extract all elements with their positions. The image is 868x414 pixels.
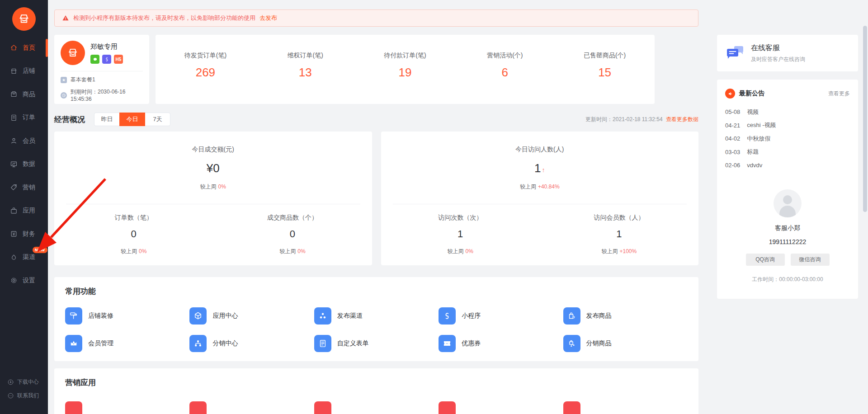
custom-form-icon (314, 335, 331, 352)
plan-row: ★ 基本套餐1 (61, 76, 143, 84)
quick-distribution-center[interactable]: 分销中心 (189, 335, 314, 352)
stat-soldout-goods[interactable]: 已售罄商品(个) 15 (555, 35, 655, 104)
sales-overview-card: 今日成交额(元) ¥0 较上周0% 订单数（笔） 0 较上周0% 成交商品数（个… (54, 132, 372, 265)
paint-roller-icon (65, 307, 82, 325)
app-center-icon (189, 307, 207, 325)
main-content: 检测到小程序有新版本待发布，请及时发布，以免影响部分功能的使用 去发布 郑敏专用 (54, 9, 698, 414)
sidebar-item-orders[interactable]: 订单 (0, 106, 48, 130)
visitors-compare: 较上周+40.84% (381, 183, 699, 191)
sidebar-item-data[interactable]: 数据 (0, 153, 48, 176)
tab-7days[interactable]: 7天 (145, 113, 170, 126)
marketing-app-icon[interactable] (314, 401, 331, 414)
contact-us-link[interactable]: 联系我们 (0, 389, 48, 402)
tab-yesterday[interactable]: 昨日 (94, 113, 120, 126)
sidebar-item-label: 数据 (23, 160, 35, 168)
sidebar-item-shop[interactable]: 店铺 (0, 60, 48, 83)
stat-unpaid-orders[interactable]: 待付款订单(笔) 19 (355, 35, 455, 104)
sidebar-item-members[interactable]: 会员 (0, 129, 48, 153)
announcement-item[interactable]: 05-08 视频 (725, 105, 850, 119)
stat-pending-shipment[interactable]: 待发货订单(笔) 269 (156, 35, 255, 104)
goods-icon (10, 90, 18, 98)
wechat-consult-button[interactable]: 微信咨询 (791, 254, 830, 266)
view-more-link[interactable]: 查看更多 (828, 90, 850, 98)
sidebar-item-label: 商品 (23, 90, 35, 99)
sold-goods-stat: 成交商品数（个） 0 较上周0% (213, 214, 372, 255)
marketing-app-icon[interactable] (65, 401, 82, 414)
h5-channel-badge: H5 (114, 55, 123, 64)
marketing-app-icon[interactable] (563, 401, 580, 414)
sidebar-item-label: 设置 (23, 277, 35, 285)
trend-up-icon: ↑ (542, 166, 545, 174)
stat-marketing-activities[interactable]: 营销活动(个) 6 (455, 35, 555, 104)
sidebar-item-finance[interactable]: 财务 (0, 222, 48, 246)
quick-functions-panel: 常用功能 店铺装修 应用中心 发布渠道 (54, 277, 698, 361)
announcement-item[interactable]: 04-21 ceshi -视频 (725, 119, 850, 132)
channel-badges: H5 (90, 55, 123, 64)
version-alert-banner: 检测到小程序有新版本待发布，请及时发布，以免影响部分功能的使用 去发布 (54, 9, 698, 27)
download-center-link[interactable]: 下载中心 (0, 375, 48, 389)
visit-members-stat: 访问会员数（人） 1 较上周+100% (540, 214, 698, 255)
announcement-item[interactable]: 02-06 vdvdv (725, 159, 850, 172)
shop-avatar (61, 41, 85, 65)
sidebar-item-label: 营销 (23, 183, 35, 192)
quick-custom-form[interactable]: 自定义表单 (314, 335, 439, 352)
tab-today[interactable]: 今日 (119, 113, 145, 126)
quick-shop-decorate[interactable]: 店铺装修 (65, 307, 189, 325)
overview-header: 经营概况 昨日 今日 7天 更新时间：2021-02-18 11:32:54 查… (54, 113, 698, 126)
stat-rights-orders[interactable]: 维权订单(笔) 13 (255, 35, 355, 104)
announcement-date: 04-21 (725, 122, 740, 129)
sales-label: 今日成交额(元) (54, 146, 372, 154)
sidebar-item-label: 首页 (23, 44, 35, 52)
announcement-item[interactable]: 04-02 中秋放假 (725, 132, 850, 146)
sidebar-item-channels[interactable]: 渠道 NEW (0, 246, 48, 269)
sidebar-item-goods[interactable]: 商品 (0, 83, 48, 106)
quick-publish-channel[interactable]: 发布渠道 (314, 307, 439, 325)
quick-distribution-goods[interactable]: 分销商品 (563, 335, 688, 352)
warning-icon (62, 14, 69, 22)
announcement-text: 中秋放假 (747, 135, 770, 143)
publish-channel-icon (314, 307, 331, 325)
marketing-app-icon[interactable] (439, 401, 456, 414)
right-panel: 在线客服 及时应答客户在线咨询 最新公告 查看更多 05-08 视频 04-21… (717, 35, 858, 299)
app-logo[interactable] (12, 7, 36, 31)
more-data-link[interactable]: 查看更多数据 (666, 116, 698, 122)
online-service-card[interactable]: 在线客服 及时应答客户在线咨询 (717, 35, 858, 71)
top-stats-card: 待发货订单(笔) 269 维权订单(笔) 13 待付款订单(笔) 19 营销活动… (156, 35, 655, 104)
quick-publish-goods[interactable]: 发布商品 (563, 307, 688, 325)
quick-member-manage[interactable]: 会员管理 (65, 335, 189, 352)
quick-app-center[interactable]: 应用中心 (189, 307, 314, 325)
sidebar-footer: 下载中心 联系我们 (0, 375, 48, 402)
announcement-text: 视频 (747, 108, 759, 116)
publish-goods-icon (563, 307, 580, 325)
sidebar-item-label: 订单 (23, 113, 35, 122)
expire-time: 到期时间：2030-06-16 15:45:36 (71, 88, 143, 102)
distribution-center-icon (189, 335, 207, 352)
marketing-app-icon[interactable] (189, 401, 207, 414)
sidebar-item-marketing[interactable]: 营销 (0, 176, 48, 199)
orders-icon (10, 114, 18, 122)
visit-times-stat: 访问次数（次） 1 较上周0% (381, 214, 540, 255)
settings-icon (10, 277, 18, 284)
sidebar-item-apps[interactable]: 应用 (0, 199, 48, 223)
members-icon (10, 137, 18, 145)
sidebar-item-label: 渠道 (23, 253, 35, 261)
announcement-text: ceshi -视频 (747, 121, 776, 129)
data-icon (10, 160, 18, 168)
account-card: 郑敏专用 H5 ★ 基本套餐1 (54, 35, 149, 104)
download-icon (7, 379, 14, 386)
quick-coupon[interactable]: 优惠券 (439, 335, 563, 352)
divider (61, 71, 143, 71)
sales-value: ¥0 (54, 161, 372, 175)
scrollbar-thumb[interactable] (863, 26, 867, 212)
agent-phone: 19911112222 (725, 238, 850, 245)
go-publish-link[interactable]: 去发布 (259, 14, 277, 22)
announcement-item[interactable]: 03-03 标题 (725, 146, 850, 159)
qq-consult-button[interactable]: QQ咨询 (746, 254, 785, 266)
quick-miniprogram[interactable]: 小程序 (439, 307, 563, 325)
sidebar-item-settings[interactable]: 设置 (0, 269, 48, 292)
active-indicator (46, 39, 48, 57)
sidebar-item-home[interactable]: 首页 (0, 36, 48, 60)
announcement-date: 05-08 (725, 108, 740, 115)
sidebar-item-label: 应用 (23, 207, 35, 215)
service-subtitle: 及时应答客户在线咨询 (751, 56, 805, 63)
